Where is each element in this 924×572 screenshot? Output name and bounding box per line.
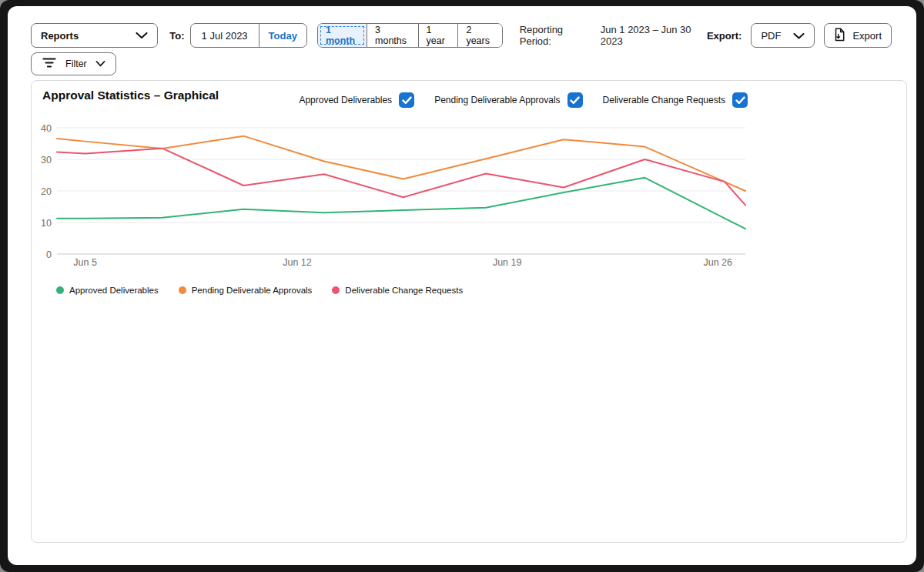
- svg-text:Jun 5: Jun 5: [73, 257, 97, 268]
- toggle-label: Pending Deliverable Approvals: [434, 95, 560, 105]
- filter-button-label: Filter: [65, 59, 87, 69]
- export-button-label: Export: [852, 30, 882, 42]
- series-toggles: Approved Deliverables Pending Deliverabl…: [299, 92, 748, 108]
- chart-legend: Approved Deliverables Pending Deliverabl…: [56, 286, 463, 295]
- svg-text:30: 30: [41, 155, 52, 166]
- to-date-field[interactable]: 1 Jul 2023 Today: [190, 23, 307, 48]
- toggle-label: Deliverable Change Requests: [603, 95, 725, 105]
- range-2-years[interactable]: 2 years: [457, 24, 501, 47]
- checkbox-checked-icon[interactable]: [399, 92, 414, 108]
- legend-item: Pending Deliverable Approvals: [179, 286, 313, 295]
- chevron-down-icon: [136, 30, 148, 42]
- screenshot-frame: Reports To: 1 Jul 2023 Today 1 month 3 m…: [0, 0, 924, 572]
- svg-text:Jun 26: Jun 26: [703, 257, 732, 268]
- legend-label: Deliverable Change Requests: [345, 286, 463, 295]
- toggle-pending-deliverable-approvals: Pending Deliverable Approvals: [434, 92, 582, 108]
- reporting-period-value: Jun 1 2023 – Jun 30 2023: [601, 24, 707, 47]
- app-window: Reports To: 1 Jul 2023 Today 1 month 3 m…: [8, 6, 916, 565]
- range-3-months[interactable]: 3 months: [367, 24, 418, 47]
- svg-text:20: 20: [41, 186, 52, 197]
- panel-title: Approval Statistics – Graphical: [42, 89, 219, 102]
- legend-dot-change-requests: [332, 286, 340, 294]
- to-label: To:: [169, 30, 184, 42]
- filter-button[interactable]: Filter: [31, 52, 116, 75]
- today-button[interactable]: Today: [259, 30, 306, 42]
- export-format-dropdown[interactable]: PDF: [751, 23, 815, 48]
- toggle-label: Approved Deliverables: [299, 95, 392, 105]
- reporting-period: Reporting Period: Jun 1 2023 – Jun 30 20…: [520, 24, 707, 47]
- chevron-down-icon: [95, 59, 105, 69]
- export-file-icon: [834, 28, 845, 44]
- reports-dropdown[interactable]: Reports: [31, 23, 158, 48]
- export-format-value: PDF: [761, 30, 781, 42]
- filter-row: Filter: [31, 52, 116, 75]
- checkbox-checked-icon[interactable]: [732, 92, 748, 108]
- to-date-value[interactable]: 1 Jul 2023: [191, 30, 259, 42]
- chevron-down-icon: [793, 30, 805, 42]
- export-button[interactable]: Export: [824, 23, 892, 48]
- export-label: Export:: [707, 30, 742, 42]
- reporting-period-label: Reporting Period:: [520, 24, 591, 47]
- legend-dot-approved: [56, 286, 64, 294]
- legend-item: Deliverable Change Requests: [332, 286, 463, 295]
- legend-label: Approved Deliverables: [69, 286, 159, 295]
- legend-item: Approved Deliverables: [56, 286, 159, 295]
- approval-chart: 010203040Jun 5Jun 12Jun 19Jun 26: [32, 119, 786, 285]
- svg-text:40: 40: [41, 123, 52, 134]
- approval-statistics-panel: Approval Statistics – Graphical Approved…: [31, 80, 907, 543]
- checkbox-checked-icon[interactable]: [567, 92, 583, 108]
- toggle-approved-deliverables: Approved Deliverables: [299, 92, 414, 108]
- reports-dropdown-value: Reports: [41, 30, 79, 42]
- range-1-year[interactable]: 1 year: [418, 24, 458, 47]
- svg-text:Jun 19: Jun 19: [493, 257, 522, 268]
- filter-lines-icon: [42, 57, 57, 71]
- legend-dot-pending: [179, 286, 186, 294]
- time-range-segmented-control: 1 month 3 months 1 year 2 years: [317, 23, 503, 48]
- toggle-deliverable-change-requests: Deliverable Change Requests: [603, 92, 748, 108]
- svg-text:Jun 12: Jun 12: [283, 257, 312, 268]
- legend-label: Pending Deliverable Approvals: [192, 286, 313, 295]
- export-cluster: Export: PDF Export: [707, 23, 892, 48]
- range-1-month[interactable]: 1 month: [318, 24, 367, 47]
- toolbar: Reports To: 1 Jul 2023 Today 1 month 3 m…: [31, 23, 892, 48]
- svg-text:10: 10: [41, 218, 52, 229]
- svg-text:0: 0: [46, 249, 52, 260]
